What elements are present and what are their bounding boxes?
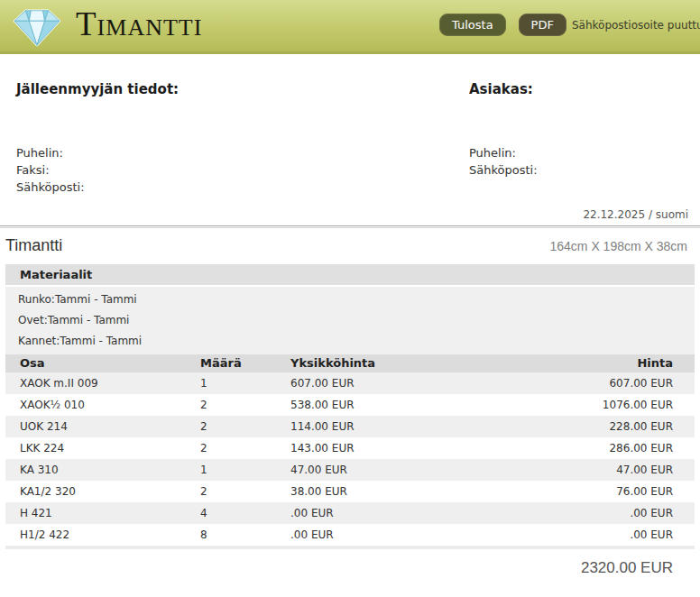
customer-email-label: Sähköposti: xyxy=(469,161,687,179)
brand-title: Timantti xyxy=(76,6,202,42)
table-cell: KA 310 xyxy=(20,459,200,481)
table-cell: 143.00 EUR xyxy=(290,437,552,459)
diamond-icon xyxy=(11,5,63,50)
column-header-yksikkohinta: Yksikköhinta xyxy=(290,354,552,372)
table-cell: .00 EUR xyxy=(290,502,552,524)
table-row: H 4214.00 EUR.00 EUR xyxy=(5,502,695,524)
table-cell: 38.00 EUR xyxy=(290,481,552,502)
table-cell: 2 xyxy=(200,481,290,502)
table-row: UOK 2142114.00 EUR228.00 EUR xyxy=(5,416,695,437)
product-dimensions: 164cm X 198cm X 38cm xyxy=(549,239,687,253)
table-cell: KA1/2 320 xyxy=(20,481,200,502)
table-row: LKK 2242143.00 EUR286.00 EUR xyxy=(5,437,695,459)
table-cell: XAOK m.II 009 xyxy=(20,372,200,394)
materials-list: Runko:Tammi - TammiOvet:Tammi - TammiKan… xyxy=(5,287,695,354)
material-row: Runko:Tammi - Tammi xyxy=(18,289,695,310)
column-header-hinta: Hinta xyxy=(552,354,673,372)
reseller-fax-label: Faksi: xyxy=(16,161,469,179)
table-cell: 286.00 EUR xyxy=(552,437,673,459)
material-row: Kannet:Tammi - Tammi xyxy=(18,331,695,352)
column-header-osa: Osa xyxy=(20,354,200,372)
customer-labels: Puhelin: Sähköposti: xyxy=(469,144,687,179)
column-header-maara: Määrä xyxy=(200,354,290,372)
header-actions: Tulosta PDF Sähköpostiosoite puuttu xyxy=(439,14,700,36)
table-cell: 114.00 EUR xyxy=(290,416,552,437)
reseller-labels: Puhelin: Faksi: Sähköposti: xyxy=(16,144,469,196)
table-cell: UOK 214 xyxy=(20,416,200,437)
table-row: KA 310147.00 EUR47.00 EUR xyxy=(5,459,695,481)
total-amount: 2320.00 EUR xyxy=(0,549,700,577)
app-header: Timantti Tulosta PDF Sähköpostiosoite pu… xyxy=(0,0,700,54)
customer-phone-label: Puhelin: xyxy=(469,144,687,161)
table-cell: 4 xyxy=(200,502,290,524)
customer-title: Asiakas: xyxy=(469,81,687,97)
table-cell: LKK 224 xyxy=(20,437,200,459)
product-row: Timantti 164cm X 198cm X 38cm xyxy=(0,228,700,264)
reseller-phone-label: Puhelin: xyxy=(16,144,469,161)
table-cell: 47.00 EUR xyxy=(552,459,673,481)
material-row: Ovet:Tammi - Tammi xyxy=(18,310,695,331)
table-cell: 2 xyxy=(200,437,290,459)
table-row: KA1/2 320238.00 EUR76.00 EUR xyxy=(5,481,695,502)
table-cell: 2 xyxy=(200,416,290,437)
table-cell: H1/2 422 xyxy=(20,524,200,546)
parts-table-header: Osa Määrä Yksikköhinta Hinta xyxy=(5,354,695,372)
email-missing-warning: Sähköpostiosoite puuttu xyxy=(572,19,700,32)
table-cell: 47.00 EUR xyxy=(290,459,552,481)
print-button[interactable]: Tulosta xyxy=(439,14,506,36)
table-cell: 228.00 EUR xyxy=(552,416,673,437)
reseller-title: Jälleenmyyjän tiedot: xyxy=(16,81,469,97)
table-cell: 538.00 EUR xyxy=(290,394,552,416)
table-cell: 1 xyxy=(200,372,290,394)
table-cell: 1076.00 EUR xyxy=(552,394,673,416)
table-cell: 1 xyxy=(200,459,290,481)
reseller-email-label: Sähköposti: xyxy=(16,179,469,196)
customer-info: Asiakas: Puhelin: Sähköposti: xyxy=(469,81,687,196)
table-row: XAOK½ 0102538.00 EUR1076.00 EUR xyxy=(5,394,695,416)
table-cell: XAOK½ 010 xyxy=(20,394,200,416)
materials-header: Materiaalit xyxy=(5,264,695,287)
table-cell: 607.00 EUR xyxy=(552,372,673,394)
table-cell: .00 EUR xyxy=(290,524,552,546)
table-cell: 8 xyxy=(200,524,290,546)
pdf-button[interactable]: PDF xyxy=(519,14,566,36)
reseller-info: Jälleenmyyjän tiedot: Puhelin: Faksi: Sä… xyxy=(16,81,469,196)
product-name: Timantti xyxy=(5,236,62,255)
table-cell: 607.00 EUR xyxy=(290,372,552,394)
table-row: H1/2 4228.00 EUR.00 EUR xyxy=(5,524,695,546)
quote-page: Timantti Tulosta PDF Sähköpostiosoite pu… xyxy=(0,0,700,597)
table-cell: .00 EUR xyxy=(552,524,673,546)
parts-rows: XAOK m.II 0091607.00 EUR607.00 EURXAOK½ … xyxy=(0,372,700,546)
table-cell: H 421 xyxy=(20,502,200,524)
table-row: XAOK m.II 0091607.00 EUR607.00 EUR xyxy=(5,372,695,394)
date-locale: 22.12.2025 / suomi xyxy=(0,208,700,221)
table-cell: 76.00 EUR xyxy=(552,481,673,502)
table-cell: 2 xyxy=(200,394,290,416)
info-section: Jälleenmyyjän tiedot: Puhelin: Faksi: Sä… xyxy=(0,54,700,196)
table-cell: .00 EUR xyxy=(552,502,673,524)
